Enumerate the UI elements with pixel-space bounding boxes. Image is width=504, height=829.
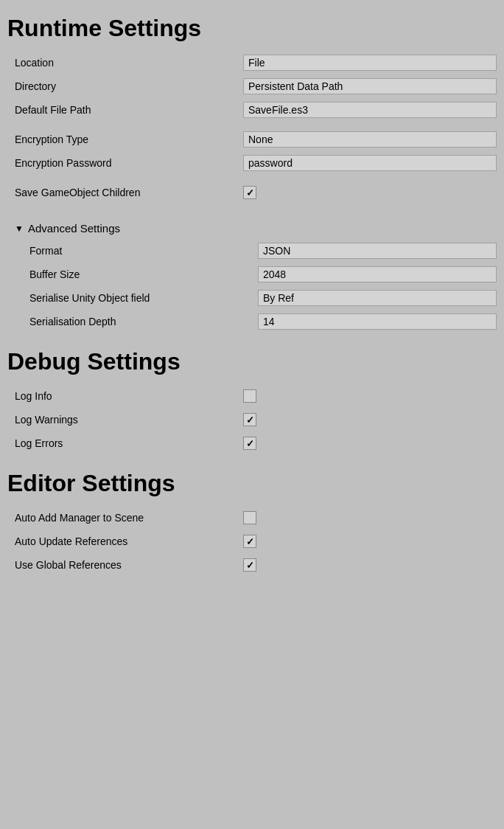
encryption-password-value[interactable]: password (243, 155, 497, 171)
encryption-password-row: Encryption Password password (0, 151, 504, 175)
serialise-unity-object-label: Serialise Unity Object field (29, 292, 258, 304)
directory-label: Directory (15, 80, 243, 92)
debug-settings-title: Debug Settings (0, 341, 504, 381)
save-gameobject-children-label: Save GameObject Children (15, 187, 243, 198)
editor-fields-group: Auto Add Manager to Scene Auto Update Re… (0, 503, 504, 584)
advanced-settings-section: ▼ Advanced Settings Format JSON Buffer S… (0, 218, 504, 341)
default-file-path-value[interactable]: SaveFile.es3 (243, 102, 497, 118)
save-gameobject-children-checkbox[interactable] (243, 186, 256, 199)
advanced-settings-header[interactable]: ▼ Advanced Settings (0, 218, 504, 239)
encryption-type-label: Encryption Type (15, 133, 243, 145)
directory-row: Directory Persistent Data Path (0, 74, 504, 98)
editor-settings-section: Editor Settings Auto Add Manager to Scen… (0, 462, 504, 584)
log-errors-label: Log Errors (15, 437, 243, 449)
serialisation-depth-row: Serialisation Depth 14 (0, 310, 504, 333)
format-value[interactable]: JSON (258, 243, 497, 259)
directory-value[interactable]: Persistent Data Path (243, 78, 497, 94)
encryption-type-row: Encryption Type None (0, 128, 504, 151)
advanced-settings-group: Format JSON Buffer Size 2048 Serialise U… (0, 239, 504, 341)
location-row: Location File (0, 51, 504, 74)
buffer-size-value[interactable]: 2048 (258, 266, 497, 282)
default-file-path-label: Default File Path (15, 104, 243, 116)
log-info-label: Log Info (15, 390, 243, 402)
location-value[interactable]: File (243, 55, 497, 71)
advanced-settings-label: Advanced Settings (28, 222, 120, 235)
serialisation-depth-value[interactable]: 14 (258, 313, 497, 330)
encryption-type-value[interactable]: None (243, 131, 497, 148)
debug-settings-section: Debug Settings Log Info Log Warnings Log… (0, 341, 504, 462)
serialise-unity-object-value[interactable]: By Ref (258, 290, 497, 306)
auto-add-manager-checkbox[interactable] (243, 511, 256, 524)
runtime-fields-group: Location File Directory Persistent Data … (0, 48, 504, 218)
debug-fields-group: Log Info Log Warnings Log Errors (0, 381, 504, 462)
use-global-references-checkbox[interactable] (243, 558, 256, 572)
format-row: Format JSON (0, 239, 504, 263)
use-global-references-label: Use Global References (15, 559, 243, 571)
use-global-references-row: Use Global References (0, 553, 504, 577)
auto-update-references-row: Auto Update References (0, 530, 504, 553)
location-label: Location (15, 57, 243, 69)
log-warnings-label: Log Warnings (15, 414, 243, 426)
serialise-unity-object-row: Serialise Unity Object field By Ref (0, 286, 504, 310)
encryption-password-label: Encryption Password (15, 157, 243, 169)
serialisation-depth-label: Serialisation Depth (29, 316, 258, 327)
save-gameobject-children-row: Save GameObject Children (0, 181, 504, 204)
runtime-settings-title: Runtime Settings (0, 7, 504, 48)
advanced-settings-triangle: ▼ (15, 223, 24, 234)
format-label: Format (29, 245, 258, 257)
log-errors-row: Log Errors (0, 431, 504, 455)
buffer-size-row: Buffer Size 2048 (0, 263, 504, 286)
auto-add-manager-row: Auto Add Manager to Scene (0, 506, 504, 530)
log-errors-checkbox[interactable] (243, 437, 256, 450)
runtime-settings-section: Runtime Settings Location File Directory… (0, 7, 504, 341)
log-warnings-checkbox[interactable] (243, 413, 256, 426)
auto-update-references-checkbox[interactable] (243, 535, 256, 548)
auto-add-manager-label: Auto Add Manager to Scene (15, 512, 243, 524)
log-warnings-row: Log Warnings (0, 408, 504, 431)
buffer-size-label: Buffer Size (29, 268, 258, 280)
editor-settings-title: Editor Settings (0, 462, 504, 503)
log-info-row: Log Info (0, 384, 504, 408)
log-info-checkbox[interactable] (243, 389, 256, 403)
default-file-path-row: Default File Path SaveFile.es3 (0, 98, 504, 122)
auto-update-references-label: Auto Update References (15, 535, 243, 547)
